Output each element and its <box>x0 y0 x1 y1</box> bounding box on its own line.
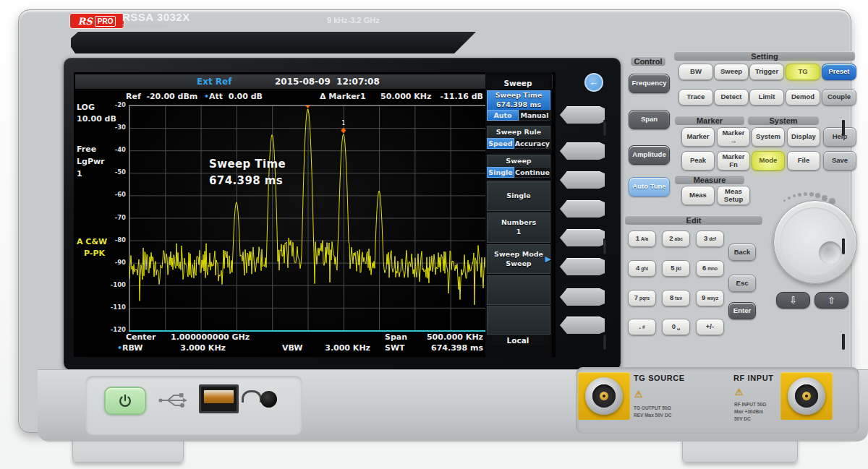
tg-source-connector <box>585 377 623 415</box>
y-tick--70: -70 <box>103 214 126 221</box>
down-arrow-button[interactable]: ⇩ <box>776 292 810 309</box>
usb-port <box>199 384 239 413</box>
soft-key-3[interactable] <box>560 171 605 189</box>
menu-item-sweep[interactable]: Sweep <box>487 155 550 168</box>
back-button[interactable]: Back <box>728 244 756 261</box>
key-+--[interactable]: +/- <box>696 319 724 335</box>
tg-button[interactable]: TG <box>786 64 820 80</box>
mode-button[interactable]: Mode <box>752 151 785 171</box>
enter-button[interactable]: Enter <box>728 302 756 319</box>
key-6-mno[interactable]: 6mno <box>696 260 724 277</box>
marker-fn-button[interactable]: MarkerFn <box>717 151 750 171</box>
y-tick--20: -20 <box>103 101 126 108</box>
knob-arc-dot <box>804 192 807 196</box>
help-button[interactable]: Help <box>823 127 856 147</box>
trace-button[interactable]: Trace <box>678 89 713 106</box>
delta-marker-frequency: 50.000 KHz <box>380 92 431 101</box>
svg-text:1: 1 <box>341 120 345 126</box>
soft-key-2[interactable] <box>560 142 605 160</box>
key-8-tuv[interactable]: 8tuv <box>662 290 690 306</box>
trigger-button[interactable]: Trigger <box>749 64 784 80</box>
preset-button[interactable]: Preset <box>822 64 856 80</box>
menu-option-accuracy[interactable]: Accuracy <box>514 138 550 149</box>
menu-item-sweep-time[interactable]: Sweep Time674.398 ms <box>487 90 550 111</box>
meas-setup-button[interactable]: MeasSetup <box>717 186 750 205</box>
menu-item-sweep-rule[interactable]: Sweep Rule <box>487 126 550 139</box>
menu-back-button[interactable]: ← <box>584 73 603 92</box>
key-5-jkl[interactable]: 5jkl <box>662 260 690 277</box>
key-7-pqrs[interactable]: 7pqrs <box>628 290 656 306</box>
power-button[interactable] <box>104 387 146 415</box>
key-9-wxyz[interactable]: 9wxyz <box>696 290 724 306</box>
menu-option-single[interactable]: Single <box>487 167 514 178</box>
menu-title: Sweep <box>487 77 549 89</box>
lcd-screen: Ext Ref 2015-08-09 12:07:08 Ref -20.00 d… <box>74 72 556 357</box>
soft-key-7[interactable] <box>560 288 605 306</box>
panel-slot <box>603 120 606 136</box>
vbw-label: VBW <box>282 343 302 353</box>
esc-button[interactable]: Esc <box>728 275 756 292</box>
couple-button[interactable]: Couple <box>822 89 856 106</box>
sweep-time-annotation: Sweep Time 674.398 ms <box>209 156 286 190</box>
annotation-line1: Sweep Time <box>209 156 286 173</box>
y-tick--90: -90 <box>103 259 126 266</box>
auto-tune-button[interactable]: Auto Tune <box>629 177 670 197</box>
save-button[interactable]: Save <box>823 151 856 171</box>
amplitude-button[interactable]: Amplitude <box>629 145 670 165</box>
limit-button[interactable]: Limit <box>749 89 784 106</box>
meas-button[interactable]: Meas <box>681 186 715 205</box>
sweep-button[interactable]: Sweep <box>714 64 749 80</box>
menu-item-numbers[interactable]: Numbers1 <box>487 212 550 243</box>
key-2-abc[interactable]: 2abc <box>662 231 690 247</box>
rf-input-label: RF INPUT <box>733 374 774 382</box>
span-button[interactable]: Span <box>629 110 670 129</box>
soft-key-5[interactable] <box>560 229 605 246</box>
key-4-ghi[interactable]: 4ghi <box>628 260 656 277</box>
edit-section-header: Edit <box>625 215 762 225</box>
ref-level-label: Ref -20.00 dBm <box>126 92 197 101</box>
swt-value: 674.398 ms <box>420 343 483 353</box>
rbw-value: 3.000 KHz <box>161 343 226 353</box>
usb-icon <box>158 391 194 410</box>
rf-note: RF INPUT 50ΩMax +30dBm50V DC <box>734 401 766 422</box>
spectrum-analyzer-front-panel: RS PRO RSSA 3032X Spectrum Analyzer 9 kH… <box>0 0 868 469</box>
frequency-button[interactable]: Frequency <box>629 74 670 93</box>
panel-slot <box>603 238 606 254</box>
menu-option-continue[interactable]: Continue <box>514 167 550 178</box>
submenu-arrow-icon: ▶ <box>545 254 551 264</box>
knob-arc-dot <box>788 197 791 199</box>
marker-button[interactable]: Marker <box>681 127 715 147</box>
spectrum-graph: 1R1 Sweep Time 674.398 ms <box>129 105 487 332</box>
span-value: 500.000 KHz <box>420 332 483 342</box>
soft-key-8[interactable] <box>560 317 605 334</box>
menu-toggle-single-continue: SingleContinue <box>487 167 550 178</box>
system-button[interactable]: System <box>752 127 785 147</box>
ext-ref-indicator: Ext Ref <box>197 77 231 87</box>
display-button[interactable]: Display <box>787 127 820 147</box>
detect-button[interactable]: Detect <box>714 89 749 106</box>
trace-plot: 1R1 <box>129 106 486 330</box>
bw-button[interactable]: BW <box>678 64 713 80</box>
soft-key-4[interactable] <box>560 200 605 218</box>
up-arrow-button[interactable]: ⇧ <box>814 292 848 309</box>
key-.-[interactable]: .# <box>628 319 656 335</box>
rbw-coupled-dot: • <box>117 343 122 353</box>
menu-option-auto[interactable]: Auto <box>487 110 519 121</box>
demod-button[interactable]: Demod <box>786 89 820 106</box>
attenuation-label: •Att 0.00 dB <box>204 92 263 101</box>
marker-button[interactable]: Marker→ <box>717 127 750 147</box>
menu-option-speed[interactable]: Speed <box>487 138 514 149</box>
menu-item-single[interactable]: Single <box>487 181 550 211</box>
soft-key-6[interactable] <box>560 258 605 275</box>
knob-arc-dot <box>822 195 827 201</box>
file-button[interactable]: File <box>787 151 820 171</box>
peak-button[interactable]: Peak <box>681 151 715 171</box>
y-tick--100: -100 <box>103 281 126 288</box>
menu-option-manual[interactable]: Manual <box>519 110 550 121</box>
key-1-a-a[interactable]: 1A/a <box>628 231 656 247</box>
center-freq-value: 1.000000000 GHz <box>171 332 250 342</box>
soft-key-1[interactable] <box>560 106 605 124</box>
key-3-def[interactable]: 3def <box>696 231 724 247</box>
menu-item-sweep-mode[interactable]: Sweep ModeSweep▶ <box>487 244 550 274</box>
key-0-[interactable]: 0␣ <box>662 319 690 335</box>
